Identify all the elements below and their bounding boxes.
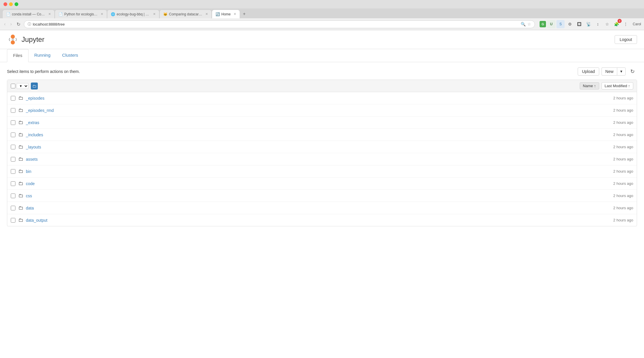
new-dropdown-caret[interactable]: ▼	[617, 67, 626, 76]
address-bar[interactable]: ⓘ localhost:8888/tree 🔍 ☆	[24, 20, 535, 28]
table-row: 🗀 css 2 hours ago	[7, 190, 637, 202]
folder-icon: 🗀	[18, 217, 24, 223]
file-name-link[interactable]: bin	[26, 169, 587, 174]
table-row: 🗀 _layouts 2 hours ago	[7, 141, 637, 153]
file-name-link[interactable]: _includes	[26, 133, 587, 137]
close-window-button[interactable]	[3, 2, 7, 6]
action-buttons: Upload New ▼ ↻	[578, 67, 637, 76]
tab-close-icon[interactable]: ✕	[205, 12, 208, 16]
sort-by-name-button[interactable]: Name ↑	[580, 82, 599, 90]
tab-close-icon[interactable]: ✕	[101, 12, 103, 16]
file-name-link[interactable]: assets	[26, 157, 587, 162]
jupyter-page: Jupyter Logout Files Running Clusters Se…	[0, 30, 644, 231]
menu-icon[interactable]: ⋮	[622, 20, 630, 28]
tab-label: Comparing datacarpent	[169, 12, 202, 16]
extension-icon-blue[interactable]: S	[556, 20, 565, 28]
file-checkbox[interactable]	[11, 169, 15, 174]
file-checkbox[interactable]	[11, 157, 15, 162]
file-name-link[interactable]: data	[26, 206, 587, 210]
extension-badge-count: 0	[618, 19, 622, 23]
file-checkbox[interactable]	[11, 206, 15, 210]
table-row: 🗀 _includes 2 hours ago	[7, 129, 637, 141]
file-checkbox[interactable]	[11, 108, 15, 113]
select-all-checkbox[interactable]	[11, 84, 15, 88]
select-dropdown[interactable]: ▼	[17, 83, 29, 89]
file-list-header: ▼ 🗀 Name ↑ Last Modified ↑	[7, 80, 637, 92]
file-modified-time: 2 hours ago	[587, 145, 633, 149]
tab-favicon: 📄	[58, 12, 63, 16]
file-checkbox[interactable]	[11, 194, 15, 198]
page-tabs-row: Files Running Clusters	[0, 49, 644, 62]
settings-icon[interactable]: ⚙	[566, 20, 574, 28]
file-checkbox[interactable]	[11, 181, 15, 186]
table-row: 🗀 _extras 2 hours ago	[7, 117, 637, 129]
file-modified-time: 2 hours ago	[587, 157, 633, 161]
jupyter-logo-icon	[7, 34, 19, 45]
tab-clusters[interactable]: Clusters	[56, 49, 84, 62]
minimize-window-button[interactable]	[9, 2, 13, 6]
sync-icon[interactable]: ↕	[594, 20, 602, 28]
cast-icon[interactable]: 📡	[584, 20, 593, 28]
file-name-link[interactable]: _episodes_rmd	[26, 108, 587, 113]
folder-icon: 🗀	[18, 193, 24, 199]
select-info-text: Select items to perform actions on them.	[7, 69, 80, 74]
traffic-lights	[3, 2, 18, 6]
file-checkbox[interactable]	[11, 133, 15, 137]
tab-conda-install[interactable]: 📄 conda install — Conda ✕	[2, 10, 55, 18]
jupyter-header: Jupyter Logout	[0, 30, 644, 49]
lock-icon: ⓘ	[28, 22, 31, 27]
new-tab-button[interactable]: +	[240, 10, 248, 18]
refresh-button[interactable]: ↻	[628, 67, 637, 76]
tab-files[interactable]: Files	[7, 49, 29, 62]
extension-icon-2[interactable]: 🔲	[575, 20, 583, 28]
file-name-link[interactable]: css	[26, 194, 587, 198]
tab-ecology-bug[interactable]: 🌐 ecology-bug-bbq | Soft ✕	[107, 10, 159, 18]
maximize-window-button[interactable]	[15, 2, 18, 6]
tab-running[interactable]: Running	[29, 49, 56, 62]
file-name-link[interactable]: _extras	[26, 120, 587, 125]
new-folder-button[interactable]: 🗀	[31, 83, 38, 90]
tab-close-icon[interactable]: ✕	[153, 12, 156, 16]
file-name-link[interactable]: data_output	[26, 218, 587, 223]
tab-favicon: 📄	[6, 12, 10, 16]
ublock-icon[interactable]: U	[547, 20, 555, 28]
tab-close-icon[interactable]: ✕	[234, 12, 236, 16]
folder-icon: 🗀	[18, 119, 24, 126]
browser-chrome: 📄 conda install — Conda ✕ 📄 Python for e…	[0, 0, 644, 30]
file-modified-time: 2 hours ago	[587, 169, 633, 173]
file-checkbox[interactable]	[11, 120, 15, 125]
file-list-container: ▼ 🗀 Name ↑ Last Modified ↑ 🗀 _episodes 2…	[7, 80, 637, 226]
logout-button[interactable]: Logout	[615, 35, 637, 44]
file-name-link[interactable]: code	[26, 181, 587, 186]
upload-button[interactable]: Upload	[578, 67, 599, 76]
tab-close-icon[interactable]: ✕	[48, 12, 51, 16]
tab-label: Home	[221, 12, 231, 16]
grammarly-icon[interactable]: G	[540, 21, 546, 27]
new-button[interactable]: New	[602, 67, 617, 76]
tab-python-ecologists[interactable]: 📄 Python for ecologists: S ✕	[55, 10, 107, 18]
table-row: 🗀 code 2 hours ago	[7, 178, 637, 190]
table-row: 🗀 data 2 hours ago	[7, 202, 637, 214]
reload-button[interactable]: ↻	[15, 21, 22, 28]
file-checkbox[interactable]	[11, 96, 15, 101]
user-label: Carol	[633, 22, 641, 26]
file-checkbox[interactable]	[11, 145, 15, 149]
file-name-link[interactable]: _layouts	[26, 145, 587, 149]
file-name-link[interactable]: _episodes	[26, 96, 587, 101]
file-list-body: 🗀 _episodes 2 hours ago 🗀 _episodes_rmd …	[7, 92, 637, 226]
forward-button[interactable]: ›	[9, 21, 13, 27]
file-checkbox[interactable]	[11, 218, 15, 223]
title-bar	[0, 0, 644, 8]
tab-label: Python for ecologists: S	[64, 12, 98, 16]
tab-home[interactable]: 🔄 Home ✕	[212, 10, 240, 18]
extension-badge-icon[interactable]: 🧩 0	[612, 20, 620, 28]
browser-toolbar-icons: G U S ⚙ 🔲 📡 ↕ ☆ 🧩 0 ⋮ Carol	[540, 20, 641, 28]
content-area: Select items to perform actions on them.…	[0, 62, 644, 231]
back-button[interactable]: ‹	[3, 21, 7, 27]
sort-by-modified-button[interactable]: Last Modified ↑	[602, 82, 633, 90]
bookmark-add-icon[interactable]: ☆	[603, 20, 611, 28]
tab-label: conda install — Conda	[12, 12, 45, 16]
file-modified-time: 2 hours ago	[587, 194, 633, 198]
folder-icon: 🗀	[18, 144, 24, 150]
tab-comparing-datacarpent[interactable]: 🐱 Comparing datacarpent ✕	[159, 10, 212, 18]
